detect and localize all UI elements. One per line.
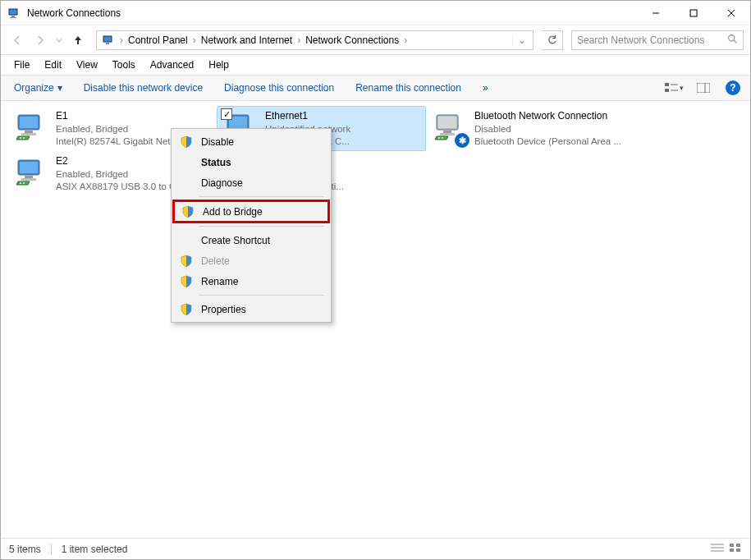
search-placeholder: Search Network Connections [577, 34, 727, 46]
svg-point-22 [23, 137, 25, 139]
context-menu-item[interactable]: Rename [173, 271, 329, 291]
context-menu-item[interactable]: Disable [173, 131, 329, 152]
minimize-button[interactable] [637, 1, 675, 25]
help-icon: ? [726, 80, 740, 95]
context-menu-item[interactable]: Add to Bridge [172, 200, 330, 223]
organize-button[interactable]: Organize ▾ [7, 79, 69, 97]
status-selection-count: 1 item selected [62, 544, 128, 555]
shield-icon [181, 205, 195, 218]
svg-point-40 [23, 182, 25, 184]
context-menu: Disable Status Diagnose Add to Bridge Cr… [171, 128, 332, 323]
svg-rect-30 [438, 117, 456, 128]
blank-icon [180, 156, 193, 169]
menu-file[interactable]: File [7, 57, 36, 72]
context-menu-item[interactable]: Create Shortcut [173, 230, 329, 250]
back-button[interactable] [7, 30, 27, 50]
context-menu-label: Rename [201, 276, 238, 287]
context-menu-label: Diagnose [201, 177, 243, 189]
svg-point-21 [20, 137, 21, 139]
bluetooth-icon: ✱ [455, 133, 469, 148]
address-history-button[interactable]: ⌄ [512, 34, 531, 46]
view-options-button[interactable]: ▾ [663, 82, 685, 94]
address-bar[interactable]: › Control Panel › Network and Internet ›… [96, 30, 533, 50]
menu-advanced[interactable]: Advanced [144, 57, 200, 72]
item-name: E1 [56, 110, 178, 123]
search-input[interactable]: Search Network Connections [571, 30, 744, 50]
item-status: Enabled, Bridged [56, 168, 186, 181]
up-button[interactable] [68, 30, 88, 50]
rename-connection-button[interactable]: Rename this connection [349, 79, 468, 97]
svg-rect-7 [103, 36, 112, 42]
search-icon [727, 34, 738, 47]
menu-help[interactable]: Help [202, 57, 236, 72]
maximize-button[interactable] [675, 1, 712, 25]
context-menu-separator [199, 226, 324, 227]
location-icon [102, 34, 115, 47]
details-view-button[interactable] [711, 543, 724, 555]
chevron-right-icon[interactable]: › [295, 34, 302, 46]
blank-icon [180, 177, 193, 190]
svg-rect-47 [736, 549, 740, 552]
menu-tools[interactable]: Tools [106, 57, 142, 72]
svg-rect-37 [25, 176, 33, 178]
item-name: Ethernet1 [265, 110, 350, 123]
shield-icon [180, 275, 193, 288]
recent-locations-button[interactable] [53, 30, 65, 50]
svg-rect-45 [736, 544, 740, 547]
status-item-count: 5 items [9, 544, 41, 555]
menubar: File Edit View Tools Advanced Help [1, 55, 750, 75]
network-adapter-icon: ✱ [432, 110, 468, 146]
svg-rect-46 [730, 549, 734, 552]
titlebar: Network Connections [1, 1, 750, 25]
svg-rect-44 [730, 544, 734, 547]
context-menu-label: Disable [201, 136, 234, 148]
item-name: E2 [56, 155, 186, 168]
svg-rect-8 [106, 43, 109, 44]
context-menu-item[interactable]: Diagnose [173, 172, 329, 193]
large-icons-view-button[interactable] [729, 543, 742, 555]
help-button[interactable]: ? [722, 80, 744, 95]
svg-rect-38 [21, 178, 36, 181]
network-item[interactable]: ✱ Bluetooth Network Connection Disabled … [426, 106, 635, 151]
svg-point-33 [438, 137, 440, 139]
preview-pane-button[interactable] [693, 83, 714, 93]
context-menu-item[interactable]: Properties [173, 299, 329, 319]
svg-rect-0 [9, 9, 17, 15]
chevron-right-icon[interactable]: › [402, 34, 409, 46]
svg-rect-15 [697, 83, 710, 93]
command-bar: Organize ▾ Disable this network device D… [1, 75, 750, 101]
context-menu-label: Properties [201, 304, 246, 315]
item-name: Bluetooth Network Connection [474, 110, 621, 123]
svg-point-34 [442, 137, 443, 139]
svg-rect-4 [690, 10, 697, 16]
network-adapter-icon [13, 155, 49, 191]
svg-rect-31 [443, 131, 451, 133]
chevron-right-icon[interactable]: › [191, 34, 198, 46]
svg-point-39 [20, 182, 21, 184]
breadcrumb-item[interactable]: Network and Internet [198, 34, 295, 46]
forward-button[interactable] [30, 30, 50, 50]
context-menu-label: Add to Bridge [203, 206, 263, 218]
breadcrumb-item[interactable]: Control Panel [125, 34, 191, 46]
item-status: Disabled [474, 123, 621, 135]
chevron-right-icon[interactable]: › [118, 34, 125, 46]
shield-icon [180, 135, 193, 149]
statusbar: 5 items 1 item selected [1, 538, 750, 559]
context-menu-item[interactable]: Status [173, 152, 329, 172]
item-status: Enabled, Bridged [56, 123, 178, 135]
items-grid: E1 Enabled, Bridged Intel(R) 82574L Giga… [7, 106, 744, 196]
chevron-down-icon: ▾ [57, 82, 62, 94]
close-button[interactable] [712, 1, 750, 25]
shield-icon [180, 303, 193, 316]
network-connections-icon [7, 7, 21, 20]
context-menu-item: Delete [173, 250, 329, 271]
breadcrumb-item[interactable]: Network Connections [302, 34, 402, 46]
item-device: Bluetooth Device (Personal Area ... [474, 135, 621, 148]
more-commands-button[interactable]: » [476, 79, 495, 97]
refresh-button[interactable] [542, 30, 563, 50]
menu-edit[interactable]: Edit [38, 57, 68, 72]
disable-device-button[interactable]: Disable this network device [77, 79, 209, 97]
diagnose-connection-button[interactable]: Diagnose this connection [218, 79, 341, 97]
menu-view[interactable]: View [70, 57, 104, 72]
svg-rect-12 [665, 89, 669, 92]
